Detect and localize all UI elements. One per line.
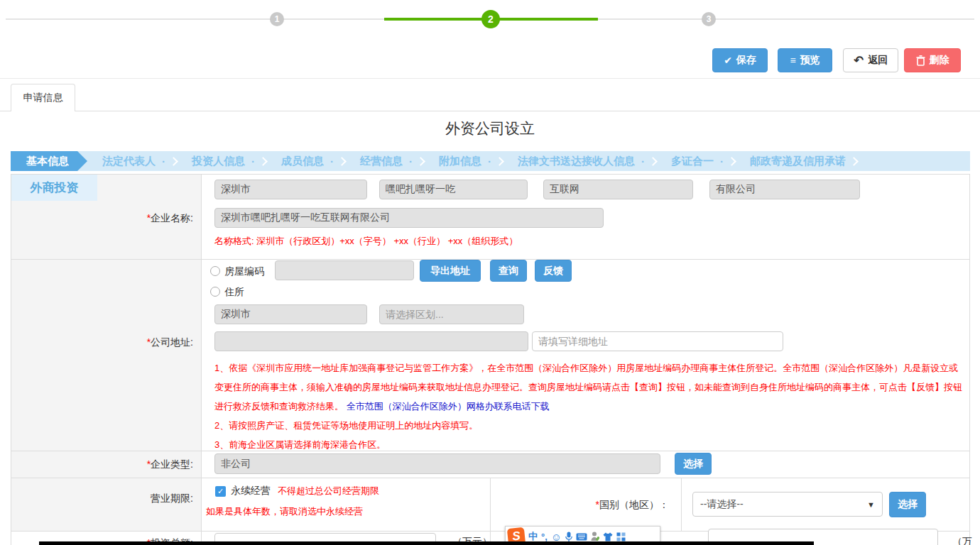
- toolbox-grid-icon[interactable]: [616, 532, 626, 541]
- chevron-right-icon: [648, 157, 658, 166]
- country-select-button[interactable]: 选择: [889, 492, 926, 517]
- full-company-name-input[interactable]: [214, 208, 604, 228]
- section-nav: 基本信息 法定代表人 · 投资人信息 · 成员信息 · 经营信息 · 附加信息 …: [11, 151, 970, 171]
- bottom-black-bar: [39, 541, 814, 545]
- address-city-input[interactable]: [214, 304, 367, 324]
- page-title: 外资公司设立: [0, 119, 980, 138]
- delete-button[interactable]: 删除: [904, 48, 961, 72]
- nav-tab-basic-info[interactable]: 基本信息: [11, 151, 87, 171]
- page: 1 2 3 ✔保存 ≡预览 ↶返回 删除 申请信息 外资公司设立 基本信息 法定…: [0, 0, 980, 545]
- tab-application-info[interactable]: 申请信息: [11, 84, 75, 111]
- term-inline-warning: 不得超过总公司经营期限: [278, 485, 379, 497]
- house-code-input[interactable]: [275, 260, 414, 280]
- punctuation-icon[interactable]: °,: [541, 532, 548, 542]
- company-type-select-button[interactable]: 选择: [675, 453, 712, 475]
- step-2-active: 2: [481, 10, 500, 28]
- nav-tab-legal-document-recipient[interactable]: 法律文书送达接收人信息: [518, 155, 635, 168]
- nav-tab-multi-certificate[interactable]: 多证合一: [671, 155, 714, 168]
- term-below-warning: 如果是具体年数，请取消选中永续经营: [206, 505, 363, 518]
- user-settings-icon[interactable]: [591, 532, 599, 541]
- chevron-right-icon: [849, 157, 859, 166]
- district-select-input[interactable]: [379, 304, 524, 324]
- name-part-orgform-input[interactable]: [709, 180, 860, 199]
- name-part-brand-input[interactable]: [379, 180, 528, 199]
- company-address-label: *公司地址:: [71, 336, 193, 349]
- chevron-right-icon: [416, 157, 425, 166]
- save-button[interactable]: ✔保存: [712, 48, 768, 72]
- perpetual-operation-label: 永续经营: [231, 485, 271, 497]
- trash-icon: [916, 55, 925, 66]
- company-type-input[interactable]: [214, 453, 660, 474]
- country-select[interactable]: --请选择-- ▼: [692, 492, 883, 517]
- business-term-row: ✓ 永续经营 不得超过总公司经营期限: [215, 485, 379, 497]
- check-icon: ✔: [724, 55, 732, 66]
- keyboard-icon[interactable]: [576, 533, 587, 541]
- address-detail-input[interactable]: [532, 331, 783, 351]
- list-icon: ≡: [790, 55, 795, 66]
- chevron-right-icon: [258, 157, 268, 166]
- address-note-2: 2、请按照房产证、租赁凭证等场地使用证明上的地址内容填写。: [214, 416, 967, 435]
- country-label: *国别（地区）：: [547, 499, 669, 512]
- nav-tab-business-info[interactable]: 经营信息: [360, 155, 403, 168]
- perpetual-operation-checkbox[interactable]: ✓: [215, 486, 226, 497]
- skin-shirt-icon[interactable]: [603, 532, 613, 541]
- residence-radio-label: 住所: [224, 286, 244, 299]
- microphone-icon[interactable]: [565, 532, 572, 542]
- chevron-right-icon: [495, 157, 504, 166]
- nav-tab-postal-credit[interactable]: 邮政寄递及信用承诺: [750, 155, 846, 168]
- step-1: 1: [270, 12, 284, 26]
- export-address-button[interactable]: 导出地址: [420, 260, 481, 282]
- back-arrow-icon: ↶: [854, 53, 864, 68]
- foreign-investment-badge: 外商投资: [11, 175, 97, 201]
- toolbar-divider: [0, 78, 980, 79]
- nav-tab-member-info[interactable]: 成员信息: [281, 155, 324, 168]
- preview-button[interactable]: ≡预览: [778, 48, 832, 72]
- address-notes: 1、依据《深圳市应用统一地址库加强商事登记与监管工作方案》，在全市范围（深汕合作…: [214, 358, 967, 454]
- address-note-3: 3、前海企业区属请选择前海深港合作区。: [214, 435, 967, 454]
- address-note-1: 1、依据《深圳市应用统一地址库加强商事登记与监管工作方案》，在全市范围（深汕合作…: [214, 358, 967, 416]
- chevron-right-icon: [337, 157, 347, 166]
- nav-tab-legal-representative[interactable]: 法定代表人: [102, 155, 156, 168]
- nav-tab-additional-info[interactable]: 附加信息: [439, 155, 481, 168]
- address-prefix-input[interactable]: [214, 331, 528, 351]
- business-term-label: 营业期限:: [71, 492, 193, 505]
- capital-unit: （万元）: [952, 536, 980, 545]
- company-name-label: *企业名称:: [71, 212, 193, 225]
- name-format-note: 名称格式: 深圳市（行政区划）+xx（字号） +xx（行业） +xx（组织形式）: [214, 235, 518, 248]
- company-type-label: *企业类型:: [71, 458, 193, 471]
- feedback-button[interactable]: 反馈: [535, 260, 572, 282]
- tab-divider: [0, 111, 980, 111]
- grid-office-phone-link[interactable]: 全市范围（深汕合作区除外）网格办联系电话下载: [347, 401, 550, 412]
- query-button[interactable]: 查询: [490, 260, 527, 282]
- house-code-radio[interactable]: [210, 266, 220, 276]
- step-3: 3: [702, 12, 716, 26]
- back-button[interactable]: ↶返回: [843, 48, 898, 72]
- emoji-icon[interactable]: ☺: [551, 531, 562, 543]
- chevron-right-icon: [169, 157, 178, 166]
- name-part-city-input[interactable]: [214, 180, 367, 199]
- dropdown-arrow-icon: ▼: [867, 500, 875, 509]
- house-code-radio-label: 房屋编码: [224, 265, 264, 278]
- name-part-industry-input[interactable]: [543, 180, 693, 199]
- residence-radio[interactable]: [210, 287, 220, 297]
- nav-tab-investor-info[interactable]: 投资人信息: [192, 155, 245, 168]
- chevron-right-icon: [727, 157, 736, 166]
